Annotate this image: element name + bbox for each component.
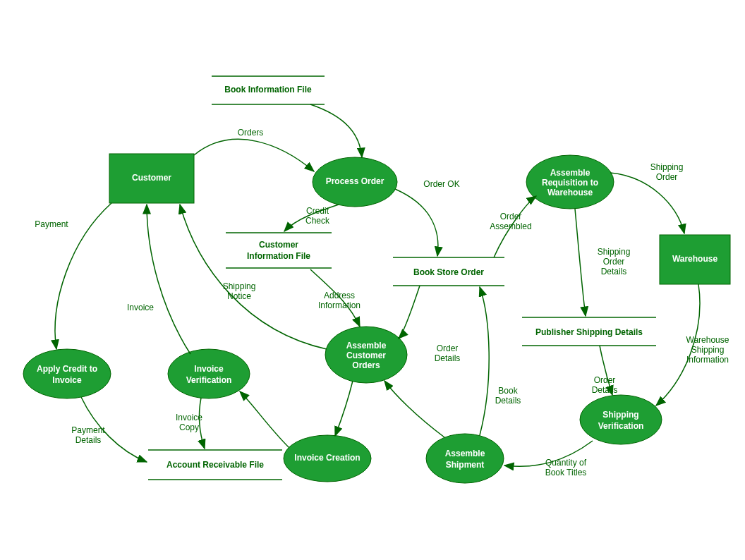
- flow-book-details: [480, 287, 489, 435]
- store-arf-label: Account Receivable File: [166, 460, 264, 470]
- flow-pd-l2: Details: [75, 435, 102, 445]
- flow-wsi-l1: Warehouse: [686, 335, 729, 345]
- proc-sv-l1: Shipping: [602, 410, 638, 420]
- proc-ic-l1: Invoice Creation: [294, 453, 360, 463]
- flow-so-l1: Shipping: [650, 162, 684, 172]
- flow-ai-l2: Information: [318, 300, 361, 310]
- store-cust-l2: Information File: [247, 251, 310, 261]
- process-process-order-label: Process Order: [326, 176, 384, 186]
- flow-invoice-copy: [200, 398, 205, 449]
- flow-pd-l1: Payment: [71, 425, 105, 435]
- flow-odsv-l1: Order: [594, 375, 616, 385]
- proc-as-l2: Shipment: [446, 460, 485, 470]
- proc-aco-l3: Orders: [352, 360, 380, 370]
- proc-aco-l2: Customer: [346, 351, 386, 360]
- flow-ai-l1: Address: [324, 291, 355, 300]
- flow-bookinfo-to-process: [310, 104, 362, 157]
- flow-invoice-label: Invoice: [127, 303, 154, 312]
- entity-warehouse-label: Warehouse: [672, 254, 718, 264]
- flow-order-ok: [395, 189, 438, 256]
- flow-icpy-l2: Copy: [179, 422, 199, 432]
- dfd-diagram: Customer Warehouse Process Order Assembl…: [0, 0, 745, 560]
- proc-req-l1: Assemble: [550, 168, 590, 178]
- proc-iv-l1: Invoice: [194, 364, 224, 374]
- flow-od-l2: Details: [435, 353, 461, 363]
- flow-icpy-l1: Invoice: [176, 413, 202, 422]
- flow-shipping-notice: [180, 205, 327, 349]
- flow-qbt-l2: Book Titles: [545, 468, 587, 477]
- proc-apc-l1: Apply Credit to: [37, 364, 97, 374]
- flow-invoicecreation-to-iv: [240, 391, 289, 448]
- flow-orders: [194, 139, 314, 171]
- flow-sn-l2: Notice: [227, 291, 251, 301]
- proc-as-l1: Assemble: [445, 449, 485, 458]
- flow-cc-l1: Credit: [306, 206, 329, 216]
- flow-sod-l1: Shipping: [598, 247, 631, 257]
- store-psd-label: Publisher Shipping Details: [535, 327, 643, 337]
- flow-order-details-aco: [399, 286, 420, 339]
- proc-iv-l2: Verification: [186, 375, 232, 385]
- flow-wsi-l2: Shipping: [691, 345, 725, 355]
- flow-aco-to-invoicecreation: [335, 381, 353, 436]
- flow-sod-l2: Order: [603, 257, 625, 267]
- flow-sn-l1: Shipping: [223, 281, 256, 291]
- flow-wsi-l3: Information: [686, 355, 729, 365]
- proc-apc-l2: Invoice: [52, 375, 82, 385]
- flow-cc-l2: Check: [305, 216, 330, 226]
- entity-customer-label: Customer: [132, 173, 171, 183]
- flow-shipping-order-details: [575, 209, 586, 316]
- flow-orderok-label: Order OK: [423, 179, 459, 189]
- flow-oa-l2: Assembled: [490, 221, 531, 231]
- store-bso-label: Book Store Order: [413, 267, 484, 277]
- store-book-info-label: Book Information File: [224, 85, 312, 95]
- proc-sv-l2: Verification: [598, 421, 644, 431]
- flow-orders-label: Orders: [238, 128, 264, 138]
- flow-bd-l1: Book: [498, 386, 518, 396]
- flow-oa-l1: Order: [500, 212, 522, 221]
- flow-payment-label: Payment: [35, 219, 68, 229]
- store-cust-l1: Customer: [259, 240, 298, 250]
- proc-req-l3: Warehouse: [547, 188, 593, 197]
- flow-qbt-l1: Quantity of: [545, 458, 587, 468]
- flow-so-l2: Order: [656, 172, 678, 182]
- flow-shipment-to-aco: [384, 381, 444, 437]
- flow-bd-l2: Details: [495, 396, 521, 406]
- flow-invoice: [147, 205, 190, 354]
- proc-aco-l1: Assemble: [346, 341, 387, 351]
- flow-odsv-l2: Details: [592, 385, 618, 395]
- flow-od-l1: Order: [437, 343, 459, 353]
- proc-req-l2: Requisition to: [542, 178, 598, 188]
- flow-sod-l3: Details: [601, 267, 627, 276]
